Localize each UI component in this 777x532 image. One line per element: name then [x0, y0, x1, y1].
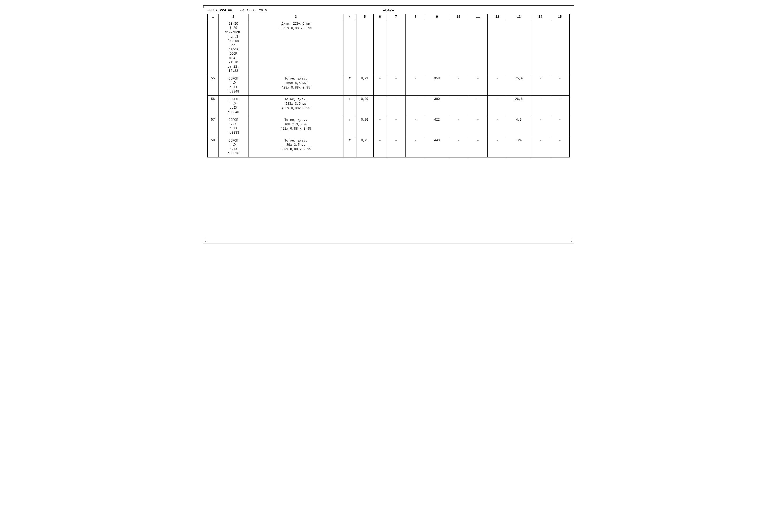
col-header-15: 15 [550, 14, 569, 20]
cell-row5-col2: ССРСПч.Ур.IХп.3326 [218, 137, 248, 157]
cell-row4-col9: 4II [425, 116, 449, 137]
cell-row5-col15: – [550, 137, 569, 157]
cell-row3-col15: – [550, 96, 569, 116]
cell-row5-col4: т [343, 137, 356, 157]
cell-row4-col7: – [386, 116, 406, 137]
cell-row2-col10: – [449, 75, 468, 96]
cell-row5-col1: 58 [208, 137, 219, 157]
cell-row2-col1: 55 [208, 75, 219, 96]
col-header-13: 13 [507, 14, 531, 20]
col-header-4: 4 [343, 14, 356, 20]
table-row: 55ССРСПч.Ур.IХп.3348То же, диам.I59х 4,5… [208, 75, 570, 96]
page-header: 903-I-224.86 Лл.I2.I, кн.5 —647— [207, 8, 570, 12]
cell-row2-col9: 359 [425, 75, 449, 96]
page-container: Г 903-I-224.86 Лл.I2.I, кн.5 —647— 1 [203, 5, 574, 244]
col-header-7: 7 [386, 14, 406, 20]
col-header-1: 1 [208, 14, 219, 20]
cell-row1-col14 [531, 20, 550, 75]
cell-row1-col3: Диам. 2I9х 6 мм385 х 0,88 х 0,95 [248, 20, 343, 75]
cell-row1-col15 [550, 20, 569, 75]
col-header-12: 12 [488, 14, 507, 20]
cell-row4-col1: 57 [208, 116, 219, 137]
corner-top-left: Г [203, 6, 205, 9]
cell-row3-col7: – [386, 96, 406, 116]
cell-row3-col11: – [468, 96, 488, 116]
cell-row2-col5: 0,2I [356, 75, 373, 96]
cell-row5-col7: – [386, 137, 406, 157]
cell-row5-col3: То же, диам.89х 3,5 мм530х 0,88 х 0,95 [248, 137, 343, 157]
doc-ref: Лл.I2.I, кн.5 [240, 8, 267, 12]
cell-row2-col11: – [468, 75, 488, 96]
cell-row5-col6: – [373, 137, 386, 157]
cell-row2-col14: – [531, 75, 550, 96]
cell-row2-col2: ССРСПч.Ур.IХп.3348 [218, 75, 248, 96]
cell-row3-col14: – [531, 96, 550, 116]
table-header-row: 1 2 3 4 5 6 7 8 9 10 11 12 13 14 15 [208, 14, 570, 20]
cell-row5-col12: – [488, 137, 507, 157]
table-row: 58ССРСПч.Ур.IХп.3326То же, диам.89х 3,5 … [208, 137, 570, 157]
cell-row3-col10: – [449, 96, 468, 116]
cell-row1-col5 [356, 20, 373, 75]
cell-row4-col3: То же, диам.I08 х 3,5 мм492х 0,88 х 0,95 [248, 116, 343, 137]
cell-row1-col9 [425, 20, 449, 75]
cell-row2-col13: 75,4 [507, 75, 531, 96]
cell-row2-col3: То же, диам.I59х 4,5 мм428х 0,88х 0,95 [248, 75, 343, 96]
col-header-14: 14 [531, 14, 550, 20]
corner-bottom-left: L [205, 239, 207, 242]
cell-row1-col8 [406, 20, 425, 75]
cell-row3-col12: – [488, 96, 507, 116]
cell-row2-col15: – [550, 75, 569, 96]
col-header-6: 6 [373, 14, 386, 20]
cell-row1-col10 [449, 20, 468, 75]
cell-row1-col12 [488, 20, 507, 75]
cell-row1-col7 [386, 20, 406, 75]
cell-row4-col8: – [406, 116, 425, 137]
cell-row3-col8: – [406, 96, 425, 116]
cell-row4-col5: 0,0I [356, 116, 373, 137]
table-row: 56ССРСПч.Ур.IХп.3340То же, диам.I33х 3,5… [208, 96, 570, 116]
doc-number: 903-I-224.86 [207, 8, 232, 12]
corner-bottom-right: J [570, 239, 572, 242]
main-table: 1 2 3 4 5 6 7 8 9 10 11 12 13 14 15 23-I… [207, 14, 570, 157]
cell-row2-col8: – [406, 75, 425, 96]
cell-row3-col3: То же, диам.I33х 3,5 мм455х 0,88х 0,95 [248, 96, 343, 116]
cell-row3-col2: ССРСПч.Ур.IХп.3340 [218, 96, 248, 116]
cell-row4-col4: т [343, 116, 356, 137]
cell-row5-col10: – [449, 137, 468, 157]
cell-row4-col12: – [488, 116, 507, 137]
cell-row1-col2: 23-IO§ 29применен.п.п.3ПисьмоГос-строяСС… [218, 20, 248, 75]
col-header-5: 5 [356, 14, 373, 20]
cell-row1-col13 [507, 20, 531, 75]
col-header-3: 3 [248, 14, 343, 20]
cell-row1-col1 [208, 20, 219, 75]
cell-row5-col8: – [406, 137, 425, 157]
cell-row5-col11: – [468, 137, 488, 157]
cell-row2-col6: – [373, 75, 386, 96]
cell-row4-col10: – [449, 116, 468, 137]
cell-row3-col1: 56 [208, 96, 219, 116]
cell-row4-col2: ССРСПч.Ур.IХп.3333 [218, 116, 248, 137]
page-number: —647— [383, 8, 394, 12]
cell-row3-col9: 380 [425, 96, 449, 116]
cell-row2-col7: – [386, 75, 406, 96]
cell-row2-col12: – [488, 75, 507, 96]
cell-row3-col6: – [373, 96, 386, 116]
cell-row4-col14: – [531, 116, 550, 137]
cell-row4-col13: 4,I [507, 116, 531, 137]
table-row: 57ССРСПч.Ур.IХп.3333То же, диам.I08 х 3,… [208, 116, 570, 137]
cell-row1-col6 [373, 20, 386, 75]
cell-row5-col14: – [531, 137, 550, 157]
cell-row4-col11: – [468, 116, 488, 137]
cell-row3-col4: т [343, 96, 356, 116]
col-header-11: 11 [468, 14, 488, 20]
cell-row2-col4: т [343, 75, 356, 96]
cell-row5-col13: I24 [507, 137, 531, 157]
cell-row1-col11 [468, 20, 488, 75]
cell-row4-col15: – [550, 116, 569, 137]
cell-row3-col13: 26,6 [507, 96, 531, 116]
cell-row5-col5: 0,28 [356, 137, 373, 157]
col-header-2: 2 [218, 14, 248, 20]
col-header-9: 9 [425, 14, 449, 20]
cell-row3-col5: 0,07 [356, 96, 373, 116]
col-header-8: 8 [406, 14, 425, 20]
